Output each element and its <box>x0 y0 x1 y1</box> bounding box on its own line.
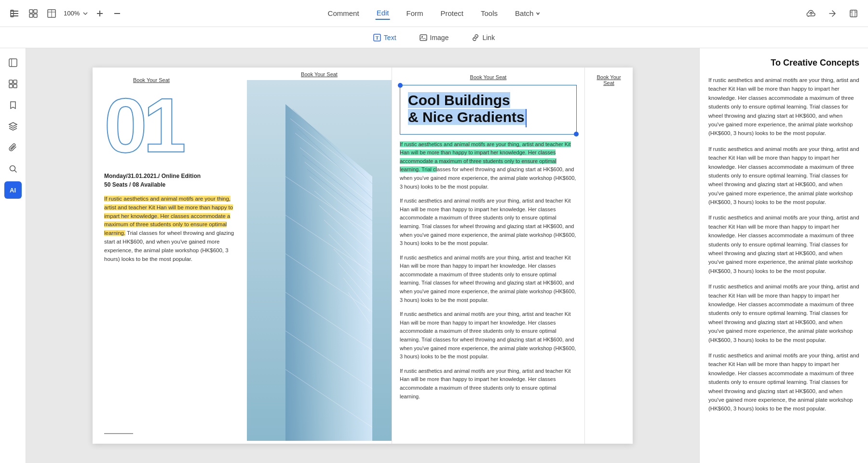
page-col2: Book Your Seat <box>247 68 392 444</box>
col3-para2: If rustic aesthetics and animal motifs a… <box>400 197 577 248</box>
svg-rect-5 <box>34 10 37 13</box>
right-panel-title: To Creative Concepts <box>708 58 859 68</box>
nav-tools[interactable]: Tools <box>480 7 499 19</box>
add-button[interactable] <box>94 8 106 19</box>
svg-rect-6 <box>29 14 33 17</box>
sub-nav-text-label: Text <box>384 34 396 41</box>
chevron-down-icon <box>82 11 88 16</box>
share-button[interactable] <box>826 7 839 20</box>
link-icon <box>472 34 479 41</box>
expand-icon <box>849 9 858 18</box>
svg-line-26 <box>14 171 16 173</box>
svg-rect-23 <box>9 84 13 88</box>
right-panel-para5: If rustic aesthetics and animal motifs a… <box>708 351 859 413</box>
upload-cloud-button[interactable] <box>804 7 818 20</box>
sidebar-item-attachments[interactable] <box>4 139 22 156</box>
text-selection-box[interactable]: Cool Buildings & Nice Gradients <box>400 85 577 135</box>
right-panel: To Creative Concepts If rustic aesthetic… <box>699 48 868 463</box>
main-layout: AI Book Your Seat 01 Monday/31.01.2021./… <box>0 48 868 463</box>
share-icon <box>827 9 837 18</box>
plus-icon <box>96 10 104 17</box>
panel-icon <box>8 58 18 68</box>
book-seat-col2[interactable]: Book Your Seat <box>247 68 392 80</box>
date-text: Monday/31.01.2021./ Online Edition50 Sea… <box>104 173 201 188</box>
svg-rect-4 <box>29 10 33 13</box>
col3-para1: If rustic aesthetics and animal motifs a… <box>400 140 577 191</box>
svg-rect-1 <box>11 13 18 14</box>
layers-icon <box>8 122 18 131</box>
text-cursor <box>526 109 527 127</box>
right-panel-para1: If rustic aesthetics and animal motifs a… <box>708 76 859 138</box>
svg-text:T: T <box>376 35 379 41</box>
sub-nav-text[interactable]: T Text <box>369 32 400 43</box>
right-panel-para2: If rustic aesthetics and animal motifs a… <box>708 145 859 207</box>
zoom-control: 100% <box>64 10 88 17</box>
col3-para3: If rustic aesthetics and animal motifs a… <box>400 254 577 305</box>
building-svg <box>247 80 392 441</box>
svg-rect-17 <box>420 35 427 41</box>
sidebar-toggle-button[interactable] <box>8 7 21 20</box>
selection-handle-top <box>398 83 403 88</box>
sidebar-item-search[interactable] <box>4 160 22 177</box>
toolbar-right <box>804 7 860 20</box>
page-document: Book Your Seat 01 Monday/31.01.2021./ On… <box>93 68 633 444</box>
page-col3: Book Your Seat Cool Buildings & Nice Gra… <box>392 68 584 444</box>
ai-label: AI <box>10 187 16 194</box>
sidebar-item-panel[interactable] <box>4 54 22 71</box>
grid-view-button[interactable] <box>27 7 40 20</box>
nav-edit[interactable]: Edit <box>376 7 390 20</box>
sub-toolbar: T Text Image Link <box>0 27 868 48</box>
sidebar-icon <box>10 9 19 18</box>
toolbar-left: 100% <box>8 7 123 20</box>
col3-para5: If rustic aesthetics and animal motifs a… <box>400 367 577 401</box>
paperclip-icon <box>8 143 18 152</box>
right-panel-para3: If rustic aesthetics and animal motifs a… <box>708 213 859 275</box>
sidebar-item-ai[interactable]: AI <box>4 181 22 199</box>
nav-batch[interactable]: Batch <box>514 7 541 19</box>
page-col4: Book Your Seat <box>584 68 633 444</box>
table-view-button[interactable] <box>45 7 58 20</box>
building-image <box>247 80 392 441</box>
page-number: 01 <box>104 87 237 164</box>
expand-button[interactable] <box>847 7 860 20</box>
sidebar-item-bookmarks[interactable] <box>4 96 22 114</box>
grid-icon <box>29 9 38 18</box>
col3-para4: If rustic aesthetics and animal motifs a… <box>400 310 577 361</box>
sub-nav-link[interactable]: Link <box>468 32 499 43</box>
svg-rect-2 <box>11 15 18 16</box>
book-seat-col3[interactable]: Book Your Seat <box>400 71 577 83</box>
bottom-divider <box>104 433 133 434</box>
table-icon <box>47 9 56 18</box>
svg-point-18 <box>421 36 423 37</box>
nav-comment[interactable]: Comment <box>327 7 360 19</box>
sidebar-item-layers[interactable] <box>4 118 22 135</box>
cloud-upload-icon <box>806 9 816 18</box>
zoom-value: 100% <box>64 10 80 17</box>
svg-rect-24 <box>14 84 17 88</box>
nav-protect[interactable]: Protect <box>439 7 464 19</box>
text-icon: T <box>373 34 381 41</box>
selection-handle-bottom <box>574 132 579 136</box>
heading-line2: & Nice Gradients <box>408 109 527 125</box>
svg-rect-21 <box>9 80 13 83</box>
heading-line1: Cool Buildings <box>408 92 510 108</box>
sub-nav-image-label: Image <box>430 34 449 41</box>
svg-point-25 <box>10 166 15 171</box>
col1-body-text: If rustic aesthetics and animal motifs a… <box>104 195 237 264</box>
nav-form[interactable]: Form <box>405 7 424 19</box>
svg-rect-0 <box>11 11 18 12</box>
remove-button[interactable] <box>111 8 123 19</box>
book-seat-col4[interactable]: Book Your Seat <box>591 71 627 89</box>
left-sidebar: AI <box>0 48 26 463</box>
svg-rect-14 <box>850 10 857 17</box>
image-icon <box>420 34 427 41</box>
sub-nav-link-label: Link <box>482 34 495 41</box>
top-toolbar: 100% Comment Edit Form Protect Tools Bat… <box>0 0 868 27</box>
page-col1: Book Your Seat 01 Monday/31.01.2021./ On… <box>93 68 247 444</box>
search-icon <box>8 164 18 174</box>
bookmark-icon <box>8 100 18 110</box>
thumbnails-icon <box>8 79 18 89</box>
sidebar-item-thumbnails[interactable] <box>4 75 22 93</box>
sub-nav-image[interactable]: Image <box>416 32 453 43</box>
svg-rect-7 <box>34 14 37 17</box>
